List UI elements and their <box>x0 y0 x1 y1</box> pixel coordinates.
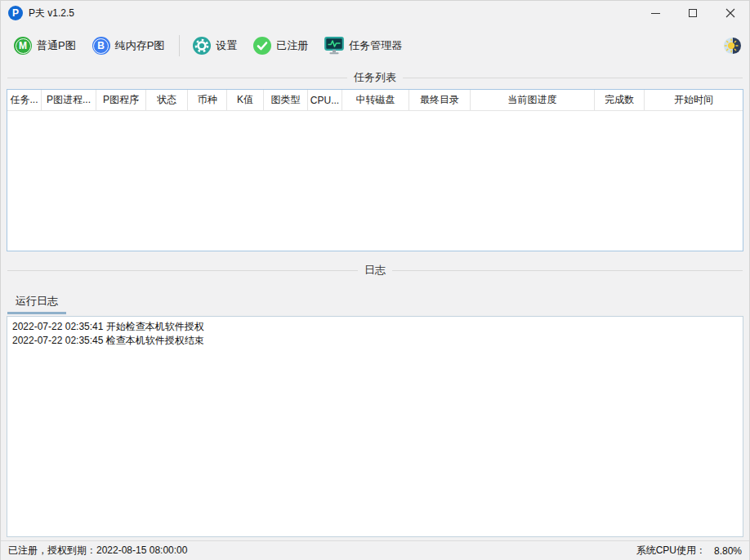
app-icon-letter: P <box>12 7 19 19</box>
status-bar: 已注册，授权到期：2022-08-15 08:00:00 系统CPU使用： 8.… <box>1 540 749 560</box>
log-group-label: 日志 <box>358 263 392 278</box>
column-header-program[interactable]: P图程序 <box>96 90 146 110</box>
log-entry: 2022-07-22 02:35:45 检查本机软件授权结束 <box>12 334 738 348</box>
toolbar-button-normal-p[interactable]: M 普通P图 <box>9 33 81 58</box>
column-header-coin[interactable]: 币种 <box>188 90 227 110</box>
log-entry: 2022-07-22 02:35:41 开始检查本机软件授权 <box>12 320 738 334</box>
close-icon <box>725 8 735 18</box>
column-header-temp-disk[interactable]: 中转磁盘 <box>342 90 409 110</box>
task-list-group-label: 任务列表 <box>347 70 403 85</box>
toolbar-button-memory-p[interactable]: B 纯内存P图 <box>87 33 170 58</box>
theme-toggle-button[interactable] <box>723 37 741 55</box>
b-circle-icon: B <box>92 37 110 55</box>
gear-icon <box>193 37 211 55</box>
toolbar-button-label: 纯内存P图 <box>115 38 165 53</box>
toolbar-button-label: 普通P图 <box>37 38 76 53</box>
task-table-body[interactable] <box>7 111 743 251</box>
check-circle-icon <box>253 37 271 55</box>
task-manager-icon <box>324 37 344 55</box>
group-title-line <box>7 270 358 271</box>
group-title-line <box>403 78 743 78</box>
m-icon-letter: M <box>19 40 27 51</box>
minimize-icon <box>651 13 660 14</box>
cpu-usage-label: 系统CPU使用： <box>636 544 706 558</box>
column-header-task[interactable]: 任务... <box>7 90 42 110</box>
cpu-usage-value: 8.80% <box>714 545 742 557</box>
close-button[interactable] <box>712 1 749 25</box>
toolbar-button-settings[interactable]: 设置 <box>188 33 242 58</box>
column-header-plot-type[interactable]: 图类型 <box>264 90 308 110</box>
toolbar-button-label: 设置 <box>216 38 237 53</box>
window-title: P夫 v1.2.5 <box>29 7 74 20</box>
log-tab-bar: 运行日志 <box>1 291 749 314</box>
m-circle-icon: M <box>14 37 32 55</box>
log-group-title: 日志 <box>1 260 749 281</box>
log-output[interactable]: 2022-07-22 02:35:41 开始检查本机软件授权 2022-07-2… <box>7 316 743 537</box>
group-title-line <box>392 270 743 271</box>
task-list-group-title: 任务列表 <box>1 66 749 89</box>
maximize-icon <box>689 9 697 17</box>
group-title-line <box>7 78 347 78</box>
tab-run-log[interactable]: 运行日志 <box>7 291 66 314</box>
column-header-cpu[interactable]: CPU... <box>308 90 342 110</box>
window-controls <box>636 1 749 25</box>
sun-moon-icon <box>723 37 741 55</box>
toolbar-button-task-manager[interactable]: 任务管理器 <box>319 33 407 58</box>
column-header-completed[interactable]: 完成数 <box>595 90 645 110</box>
column-header-process[interactable]: P图进程... <box>42 90 96 110</box>
column-header-status[interactable]: 状态 <box>146 90 188 110</box>
maximize-button[interactable] <box>674 1 712 25</box>
minimize-button[interactable] <box>636 1 674 25</box>
toolbar-separator <box>179 35 180 56</box>
task-table-header: 任务... P图进程... P图程序 状态 币种 K值 图类型 CPU... 中… <box>7 90 743 111</box>
toolbar-button-label: 已注册 <box>276 38 308 53</box>
title-bar: P P夫 v1.2.5 <box>1 1 749 25</box>
license-status-text: 已注册，授权到期：2022-08-15 08:00:00 <box>8 544 187 558</box>
b-icon-letter: B <box>97 40 105 51</box>
toolbar: M 普通P图 B 纯内存P图 设置 已注册 <box>1 25 749 66</box>
column-header-kvalue[interactable]: K值 <box>227 90 264 110</box>
column-header-progress[interactable]: 当前图进度 <box>471 90 595 110</box>
task-table[interactable]: 任务... P图进程... P图程序 状态 币种 K值 图类型 CPU... 中… <box>7 89 743 251</box>
toolbar-button-registered[interactable]: 已注册 <box>248 33 313 58</box>
toolbar-button-label: 任务管理器 <box>349 38 402 53</box>
column-header-start-time[interactable]: 开始时间 <box>645 90 743 110</box>
cpu-usage: 系统CPU使用： 8.80% <box>636 544 742 558</box>
app-window: P P夫 v1.2.5 M 普通P图 B 纯内存P图 设置 <box>0 0 750 560</box>
app-icon: P <box>8 6 23 20</box>
column-header-final-dir[interactable]: 最终目录 <box>409 90 471 110</box>
tab-run-log-label: 运行日志 <box>16 295 58 307</box>
